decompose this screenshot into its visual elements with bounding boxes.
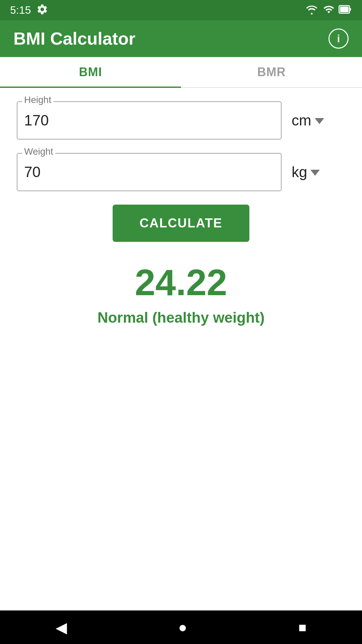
tab-bar: BMI BMR bbox=[0, 57, 362, 88]
wifi-icon bbox=[304, 4, 319, 16]
app-title: BMI Calculator bbox=[13, 29, 135, 49]
result-container: 24.22 Normal (healthy weight) bbox=[17, 262, 345, 326]
battery-icon bbox=[339, 4, 352, 16]
weight-unit-arrow bbox=[310, 170, 320, 176]
weight-input-wrapper: Weight bbox=[17, 153, 282, 191]
weight-unit-text: kg bbox=[292, 164, 307, 180]
bmi-category: Normal (healthy weight) bbox=[17, 309, 345, 326]
height-unit-arrow bbox=[315, 118, 324, 124]
weight-label: Weight bbox=[22, 146, 55, 157]
svg-rect-2 bbox=[340, 7, 348, 12]
app-bar: BMI Calculator i bbox=[0, 20, 362, 57]
weight-field-container: Weight kg bbox=[17, 153, 345, 191]
height-label: Height bbox=[22, 95, 53, 105]
height-unit-selector[interactable]: cm bbox=[292, 112, 345, 129]
weight-unit-selector[interactable]: kg bbox=[292, 164, 345, 180]
status-bar: 5:15 bbox=[0, 0, 362, 20]
home-button[interactable]: ● bbox=[178, 619, 187, 636]
height-row: Height cm bbox=[17, 101, 345, 140]
settings-icon bbox=[36, 3, 48, 17]
height-field-container: Height cm bbox=[17, 101, 345, 140]
nav-bar: ◀ ● ■ bbox=[0, 610, 362, 644]
status-time: 5:15 bbox=[10, 4, 31, 16]
weight-input[interactable] bbox=[17, 154, 281, 191]
height-input[interactable] bbox=[17, 102, 281, 139]
calculate-button[interactable]: CALCULATE bbox=[113, 205, 249, 242]
tab-bmi[interactable]: BMI bbox=[0, 57, 181, 87]
signal-icon bbox=[323, 4, 335, 16]
height-unit-text: cm bbox=[292, 112, 311, 129]
tab-bmr[interactable]: BMR bbox=[181, 57, 362, 87]
home-icon: ● bbox=[178, 619, 187, 636]
recents-button[interactable]: ■ bbox=[298, 620, 306, 635]
status-left: 5:15 bbox=[10, 3, 48, 17]
back-icon: ◀ bbox=[56, 619, 67, 636]
back-button[interactable]: ◀ bbox=[56, 619, 67, 636]
recents-icon: ■ bbox=[298, 620, 306, 635]
weight-row: Weight kg bbox=[17, 153, 345, 191]
info-button[interactable]: i bbox=[328, 29, 349, 49]
main-content: Height cm Weight kg CALCULATE 24.22 Norm… bbox=[0, 88, 362, 610]
bmi-value: 24.22 bbox=[17, 262, 345, 303]
svg-rect-1 bbox=[350, 8, 351, 11]
status-icons bbox=[304, 4, 352, 16]
height-input-wrapper: Height bbox=[17, 101, 282, 140]
